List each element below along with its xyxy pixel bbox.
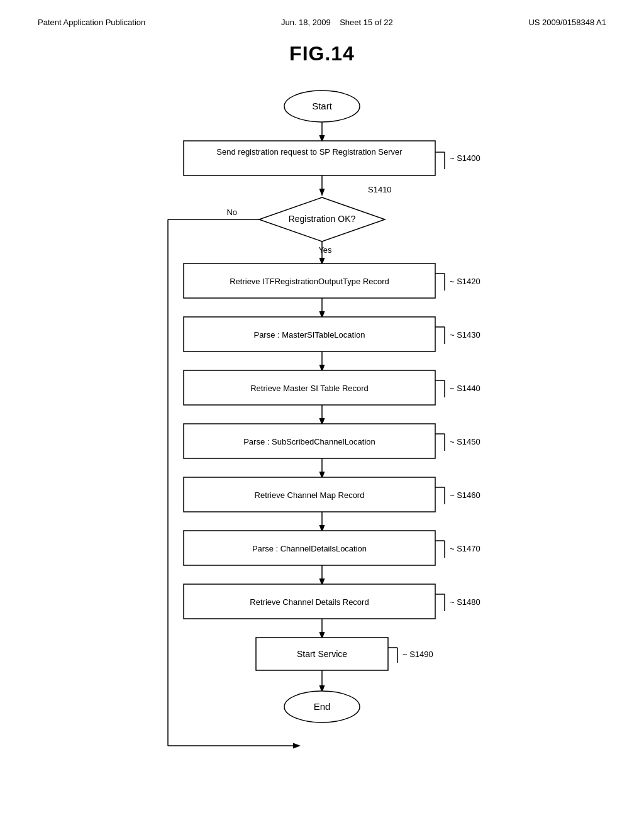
page-header: Patent Application Publication Jun. 18, …: [0, 0, 644, 27]
start-label: Start: [312, 101, 333, 111]
s1440-text: Retrieve Master SI Table Record: [250, 384, 369, 393]
s1480-step: ~ S1480: [450, 597, 480, 607]
s1450-step: ~ S1450: [450, 437, 480, 446]
s1480-text: Retrieve Channel Details Record: [250, 597, 369, 607]
s1430-text: Parse : MasterSITableLocation: [253, 330, 365, 340]
s1410-text: Registration OK?: [289, 214, 356, 224]
s1430-step: ~ S1430: [450, 330, 480, 340]
s1420-step: ~ S1420: [450, 277, 480, 286]
s1460-text: Retrieve Channel Map Record: [255, 490, 365, 500]
yes-label: Yes: [318, 245, 332, 255]
s1460-step: ~ S1460: [450, 490, 480, 500]
page: Patent Application Publication Jun. 18, …: [0, 0, 644, 830]
s1440-step: ~ S1440: [450, 384, 480, 393]
s1490-step: ~ S1490: [402, 650, 433, 659]
s1420-text: Retrieve ITFRegistrationOutputType Recor…: [230, 277, 389, 286]
flowchart-diagram: Start Send registration request to SP Re…: [86, 78, 558, 770]
header-center: Jun. 18, 2009 Sheet 15 of 22: [281, 18, 393, 27]
svg-rect-2: [184, 141, 435, 175]
header-right: US 2009/0158348 A1: [528, 18, 606, 27]
s1450-text: Parse : SubScribedChannelLocation: [243, 437, 375, 446]
s1470-step: ~ S1470: [450, 544, 480, 553]
s1400-step: ~ S1400: [450, 153, 480, 163]
end-label: End: [314, 701, 331, 712]
s1490-text: Start Service: [297, 649, 347, 659]
figure-title: FIG.14: [0, 42, 644, 65]
s1410-step-label: S1410: [368, 185, 392, 194]
header-left: Patent Application Publication: [38, 18, 145, 27]
s1470-text: Parse : ChannelDetailsLocation: [252, 544, 367, 553]
s1400-text-line1: Send registration request to SP Registra…: [216, 147, 402, 157]
no-label: No: [226, 208, 237, 217]
